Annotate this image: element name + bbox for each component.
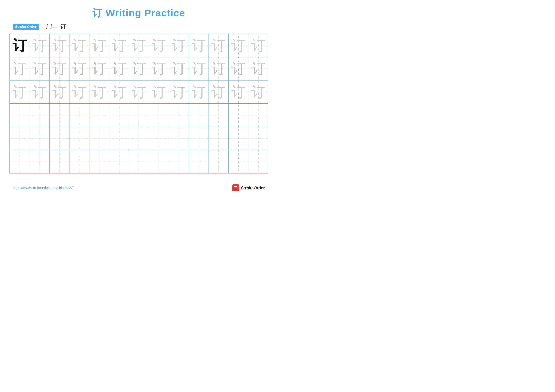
grid-cell[interactable]: 订 bbox=[248, 80, 268, 103]
grid-cell[interactable]: 订 bbox=[169, 80, 189, 103]
grid-cell[interactable] bbox=[50, 150, 69, 173]
grid-cell[interactable] bbox=[10, 127, 30, 150]
grid-cell[interactable] bbox=[169, 127, 189, 150]
grid-cell[interactable] bbox=[30, 127, 50, 150]
grid-cell[interactable] bbox=[129, 127, 149, 150]
grid-cell[interactable] bbox=[129, 150, 149, 173]
grid-cell[interactable] bbox=[69, 127, 89, 150]
grid-cell[interactable] bbox=[189, 104, 209, 127]
practice-char: 订 bbox=[231, 85, 246, 99]
grid-cell[interactable]: 订 bbox=[149, 34, 169, 57]
grid-cell[interactable]: 订 bbox=[129, 34, 149, 57]
grid-cell[interactable] bbox=[50, 127, 69, 150]
grid-cell[interactable]: 订 bbox=[89, 57, 109, 80]
grid-cell[interactable] bbox=[149, 127, 169, 150]
practice-char: 订 bbox=[132, 62, 146, 76]
grid-cell[interactable]: 订 bbox=[30, 34, 50, 57]
grid-cell[interactable] bbox=[169, 150, 189, 173]
grid-cell[interactable] bbox=[149, 104, 169, 127]
grid-cell[interactable]: 订 bbox=[69, 80, 89, 103]
grid-cell[interactable] bbox=[69, 150, 89, 173]
footer-url: https://www.strokeorder.com/chinese/订 bbox=[13, 185, 74, 190]
grid-cell[interactable]: 订 bbox=[229, 80, 248, 103]
grid-cell[interactable]: 订 bbox=[169, 57, 189, 80]
grid-cell[interactable] bbox=[89, 127, 109, 150]
grid-cell[interactable]: 订 bbox=[248, 57, 268, 80]
grid-cell[interactable]: 订 bbox=[50, 80, 69, 103]
grid-cell[interactable]: 订 bbox=[189, 57, 209, 80]
grid-cell[interactable]: 订 bbox=[109, 34, 129, 57]
grid-cell[interactable] bbox=[209, 127, 229, 150]
practice-char: 订 bbox=[152, 38, 166, 53]
grid-row bbox=[10, 104, 268, 127]
grid-cell[interactable] bbox=[229, 127, 248, 150]
grid-cell[interactable] bbox=[89, 150, 109, 173]
practice-char: 订 bbox=[132, 85, 146, 99]
practice-char: 订 bbox=[112, 38, 126, 53]
grid-cell[interactable]: 订 bbox=[69, 34, 89, 57]
grid-cell[interactable]: 订 bbox=[209, 34, 229, 57]
grid-cell[interactable]: 订 bbox=[50, 57, 69, 80]
grid-cell[interactable] bbox=[109, 150, 129, 173]
practice-char: 订 bbox=[13, 85, 27, 99]
grid-cell[interactable] bbox=[229, 104, 248, 127]
grid-cell[interactable]: 订 bbox=[189, 34, 209, 57]
grid-cell[interactable] bbox=[10, 104, 30, 127]
grid-cell[interactable]: 订 bbox=[10, 80, 30, 103]
grid-cell[interactable] bbox=[89, 104, 109, 127]
grid-cell[interactable]: 订 bbox=[248, 34, 268, 57]
grid-cell[interactable] bbox=[248, 150, 268, 173]
grid-cell[interactable]: 订 bbox=[10, 57, 30, 80]
grid-cell[interactable] bbox=[109, 127, 129, 150]
grid-cell[interactable]: 订 bbox=[229, 34, 248, 57]
grid-cell[interactable] bbox=[189, 150, 209, 173]
practice-char: 订 bbox=[52, 38, 67, 53]
grid-cell[interactable] bbox=[50, 104, 69, 127]
grid-cell[interactable]: 订 bbox=[10, 34, 30, 57]
grid-cell[interactable] bbox=[248, 127, 268, 150]
practice-char: 订 bbox=[72, 85, 86, 99]
grid-cell[interactable]: 订 bbox=[209, 80, 229, 103]
grid-cell[interactable]: 订 bbox=[30, 57, 50, 80]
grid-cell[interactable]: 订 bbox=[189, 80, 209, 103]
practice-char: 订 bbox=[13, 38, 27, 53]
stroke-order-badge: Stroke Order bbox=[13, 24, 39, 30]
grid-cell[interactable] bbox=[189, 127, 209, 150]
grid-row: 订订订订订订订订订订订订订 bbox=[10, 34, 268, 57]
grid-cell[interactable]: 订 bbox=[149, 57, 169, 80]
grid-cell[interactable]: 订 bbox=[129, 80, 149, 103]
practice-char: 订 bbox=[192, 62, 206, 76]
grid-cell[interactable]: 订 bbox=[169, 34, 189, 57]
grid-cell[interactable]: 订 bbox=[109, 80, 129, 103]
grid-cell[interactable]: 订 bbox=[30, 80, 50, 103]
logo-icon: 字 bbox=[232, 184, 239, 191]
practice-char: 订 bbox=[52, 85, 67, 99]
grid-cell[interactable] bbox=[30, 150, 50, 173]
grid-cell[interactable]: 订 bbox=[69, 57, 89, 80]
practice-char: 订 bbox=[211, 62, 226, 76]
practice-char: 订 bbox=[231, 38, 246, 53]
grid-cell[interactable]: 订 bbox=[149, 80, 169, 103]
grid-cell[interactable] bbox=[149, 150, 169, 173]
grid-cell[interactable] bbox=[248, 104, 268, 127]
grid-cell[interactable]: 订 bbox=[129, 57, 149, 80]
grid-cell[interactable] bbox=[129, 104, 149, 127]
grid-cell[interactable] bbox=[209, 104, 229, 127]
practice-char: 订 bbox=[152, 62, 166, 76]
grid-cell[interactable]: 订 bbox=[89, 80, 109, 103]
grid-cell[interactable] bbox=[229, 150, 248, 173]
grid-cell[interactable]: 订 bbox=[109, 57, 129, 80]
grid-cell[interactable] bbox=[10, 150, 30, 173]
grid-cell[interactable] bbox=[30, 104, 50, 127]
practice-char: 订 bbox=[52, 62, 67, 76]
grid-cell[interactable]: 订 bbox=[50, 34, 69, 57]
grid-cell[interactable] bbox=[169, 104, 189, 127]
grid-cell[interactable] bbox=[69, 104, 89, 127]
grid-cell[interactable]: 订 bbox=[229, 57, 248, 80]
grid-row: 订订订订订订订订订订订订订 bbox=[10, 80, 268, 104]
practice-grid: 订订订订订订订订订订订订订订订订订订订订订订订订订订订订订订订订订订订订订订订 bbox=[9, 34, 268, 173]
grid-cell[interactable]: 订 bbox=[89, 34, 109, 57]
grid-cell[interactable] bbox=[109, 104, 129, 127]
grid-cell[interactable]: 订 bbox=[209, 57, 229, 80]
grid-cell[interactable] bbox=[209, 150, 229, 173]
